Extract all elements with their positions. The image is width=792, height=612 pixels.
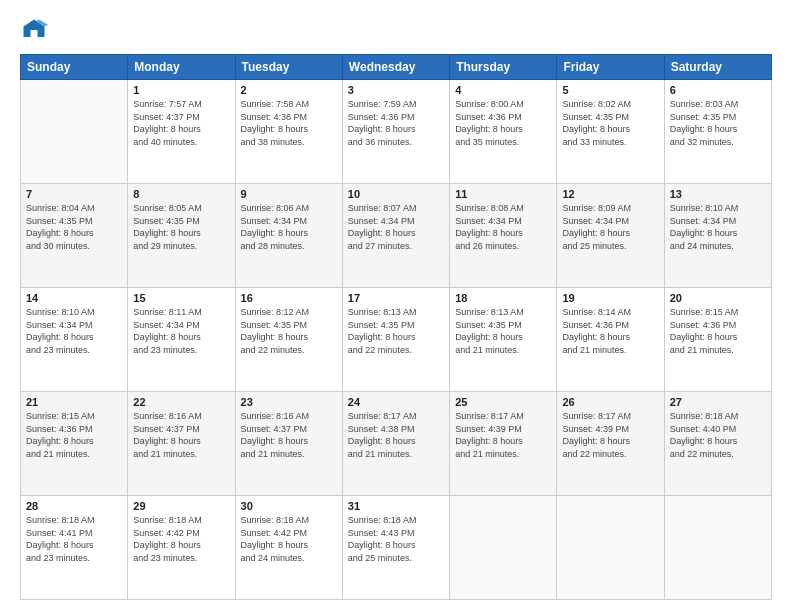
calendar-cell: 15Sunrise: 8:11 AM Sunset: 4:34 PM Dayli… [128, 288, 235, 392]
day-number: 27 [670, 396, 766, 408]
calendar-cell: 19Sunrise: 8:14 AM Sunset: 4:36 PM Dayli… [557, 288, 664, 392]
day-number: 26 [562, 396, 658, 408]
day-number: 28 [26, 500, 122, 512]
day-info: Sunrise: 7:57 AM Sunset: 4:37 PM Dayligh… [133, 98, 229, 148]
day-number: 12 [562, 188, 658, 200]
calendar-cell: 2Sunrise: 7:58 AM Sunset: 4:36 PM Daylig… [235, 80, 342, 184]
day-info: Sunrise: 8:10 AM Sunset: 4:34 PM Dayligh… [26, 306, 122, 356]
logo [20, 16, 52, 44]
calendar-cell: 30Sunrise: 8:18 AM Sunset: 4:42 PM Dayli… [235, 496, 342, 600]
calendar-cell: 21Sunrise: 8:15 AM Sunset: 4:36 PM Dayli… [21, 392, 128, 496]
day-info: Sunrise: 8:17 AM Sunset: 4:39 PM Dayligh… [455, 410, 551, 460]
calendar-week-1: 1Sunrise: 7:57 AM Sunset: 4:37 PM Daylig… [21, 80, 772, 184]
logo-icon [20, 16, 48, 44]
calendar-cell: 8Sunrise: 8:05 AM Sunset: 4:35 PM Daylig… [128, 184, 235, 288]
page: SundayMondayTuesdayWednesdayThursdayFrid… [0, 0, 792, 612]
header [20, 16, 772, 44]
calendar-cell [21, 80, 128, 184]
day-info: Sunrise: 8:08 AM Sunset: 4:34 PM Dayligh… [455, 202, 551, 252]
calendar-week-2: 7Sunrise: 8:04 AM Sunset: 4:35 PM Daylig… [21, 184, 772, 288]
calendar-cell: 20Sunrise: 8:15 AM Sunset: 4:36 PM Dayli… [664, 288, 771, 392]
calendar-cell: 4Sunrise: 8:00 AM Sunset: 4:36 PM Daylig… [450, 80, 557, 184]
day-number: 25 [455, 396, 551, 408]
calendar-cell: 22Sunrise: 8:16 AM Sunset: 4:37 PM Dayli… [128, 392, 235, 496]
calendar-header-sunday: Sunday [21, 55, 128, 80]
day-number: 16 [241, 292, 337, 304]
calendar-cell: 29Sunrise: 8:18 AM Sunset: 4:42 PM Dayli… [128, 496, 235, 600]
day-info: Sunrise: 8:10 AM Sunset: 4:34 PM Dayligh… [670, 202, 766, 252]
day-info: Sunrise: 8:05 AM Sunset: 4:35 PM Dayligh… [133, 202, 229, 252]
day-info: Sunrise: 8:13 AM Sunset: 4:35 PM Dayligh… [348, 306, 444, 356]
calendar-header-tuesday: Tuesday [235, 55, 342, 80]
calendar-cell: 5Sunrise: 8:02 AM Sunset: 4:35 PM Daylig… [557, 80, 664, 184]
day-number: 3 [348, 84, 444, 96]
day-number: 9 [241, 188, 337, 200]
calendar-cell: 25Sunrise: 8:17 AM Sunset: 4:39 PM Dayli… [450, 392, 557, 496]
day-info: Sunrise: 8:09 AM Sunset: 4:34 PM Dayligh… [562, 202, 658, 252]
calendar-cell: 26Sunrise: 8:17 AM Sunset: 4:39 PM Dayli… [557, 392, 664, 496]
day-number: 5 [562, 84, 658, 96]
day-number: 22 [133, 396, 229, 408]
calendar-cell: 6Sunrise: 8:03 AM Sunset: 4:35 PM Daylig… [664, 80, 771, 184]
day-info: Sunrise: 8:12 AM Sunset: 4:35 PM Dayligh… [241, 306, 337, 356]
day-info: Sunrise: 8:15 AM Sunset: 4:36 PM Dayligh… [26, 410, 122, 460]
calendar-cell: 23Sunrise: 8:16 AM Sunset: 4:37 PM Dayli… [235, 392, 342, 496]
calendar-cell: 27Sunrise: 8:18 AM Sunset: 4:40 PM Dayli… [664, 392, 771, 496]
calendar-week-4: 21Sunrise: 8:15 AM Sunset: 4:36 PM Dayli… [21, 392, 772, 496]
day-info: Sunrise: 7:58 AM Sunset: 4:36 PM Dayligh… [241, 98, 337, 148]
calendar-cell [557, 496, 664, 600]
day-number: 8 [133, 188, 229, 200]
day-info: Sunrise: 8:16 AM Sunset: 4:37 PM Dayligh… [133, 410, 229, 460]
calendar-table: SundayMondayTuesdayWednesdayThursdayFrid… [20, 54, 772, 600]
day-info: Sunrise: 8:14 AM Sunset: 4:36 PM Dayligh… [562, 306, 658, 356]
day-info: Sunrise: 8:11 AM Sunset: 4:34 PM Dayligh… [133, 306, 229, 356]
calendar-cell: 1Sunrise: 7:57 AM Sunset: 4:37 PM Daylig… [128, 80, 235, 184]
day-info: Sunrise: 8:18 AM Sunset: 4:40 PM Dayligh… [670, 410, 766, 460]
day-number: 23 [241, 396, 337, 408]
day-number: 11 [455, 188, 551, 200]
day-info: Sunrise: 8:02 AM Sunset: 4:35 PM Dayligh… [562, 98, 658, 148]
day-number: 4 [455, 84, 551, 96]
day-info: Sunrise: 8:18 AM Sunset: 4:42 PM Dayligh… [133, 514, 229, 564]
day-info: Sunrise: 8:17 AM Sunset: 4:38 PM Dayligh… [348, 410, 444, 460]
day-info: Sunrise: 7:59 AM Sunset: 4:36 PM Dayligh… [348, 98, 444, 148]
calendar-cell: 3Sunrise: 7:59 AM Sunset: 4:36 PM Daylig… [342, 80, 449, 184]
day-number: 14 [26, 292, 122, 304]
day-number: 1 [133, 84, 229, 96]
calendar-header-saturday: Saturday [664, 55, 771, 80]
day-number: 15 [133, 292, 229, 304]
day-info: Sunrise: 8:16 AM Sunset: 4:37 PM Dayligh… [241, 410, 337, 460]
calendar-cell: 31Sunrise: 8:18 AM Sunset: 4:43 PM Dayli… [342, 496, 449, 600]
calendar-header-monday: Monday [128, 55, 235, 80]
day-info: Sunrise: 8:15 AM Sunset: 4:36 PM Dayligh… [670, 306, 766, 356]
day-number: 13 [670, 188, 766, 200]
calendar-header-thursday: Thursday [450, 55, 557, 80]
day-number: 17 [348, 292, 444, 304]
calendar-week-3: 14Sunrise: 8:10 AM Sunset: 4:34 PM Dayli… [21, 288, 772, 392]
day-number: 30 [241, 500, 337, 512]
day-info: Sunrise: 8:06 AM Sunset: 4:34 PM Dayligh… [241, 202, 337, 252]
calendar-cell: 16Sunrise: 8:12 AM Sunset: 4:35 PM Dayli… [235, 288, 342, 392]
day-number: 31 [348, 500, 444, 512]
calendar-cell: 12Sunrise: 8:09 AM Sunset: 4:34 PM Dayli… [557, 184, 664, 288]
calendar-cell: 28Sunrise: 8:18 AM Sunset: 4:41 PM Dayli… [21, 496, 128, 600]
day-info: Sunrise: 8:03 AM Sunset: 4:35 PM Dayligh… [670, 98, 766, 148]
calendar-header-wednesday: Wednesday [342, 55, 449, 80]
calendar-cell: 10Sunrise: 8:07 AM Sunset: 4:34 PM Dayli… [342, 184, 449, 288]
day-number: 18 [455, 292, 551, 304]
day-number: 20 [670, 292, 766, 304]
calendar-week-5: 28Sunrise: 8:18 AM Sunset: 4:41 PM Dayli… [21, 496, 772, 600]
day-number: 24 [348, 396, 444, 408]
calendar-cell: 14Sunrise: 8:10 AM Sunset: 4:34 PM Dayli… [21, 288, 128, 392]
calendar-header-friday: Friday [557, 55, 664, 80]
day-number: 6 [670, 84, 766, 96]
calendar-cell [450, 496, 557, 600]
day-info: Sunrise: 8:18 AM Sunset: 4:43 PM Dayligh… [348, 514, 444, 564]
calendar-cell: 17Sunrise: 8:13 AM Sunset: 4:35 PM Dayli… [342, 288, 449, 392]
day-number: 7 [26, 188, 122, 200]
calendar-cell: 18Sunrise: 8:13 AM Sunset: 4:35 PM Dayli… [450, 288, 557, 392]
day-info: Sunrise: 8:18 AM Sunset: 4:41 PM Dayligh… [26, 514, 122, 564]
day-number: 29 [133, 500, 229, 512]
calendar-cell: 11Sunrise: 8:08 AM Sunset: 4:34 PM Dayli… [450, 184, 557, 288]
day-number: 19 [562, 292, 658, 304]
